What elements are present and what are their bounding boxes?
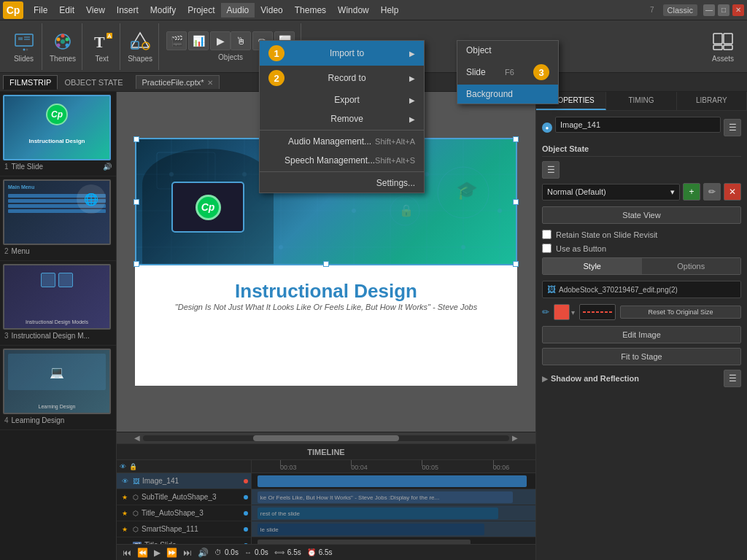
menu-modify[interactable]: Modify [144,3,182,18]
tl-step-back[interactable]: ⏪ [137,548,148,558]
tab-object-state[interactable]: OBJECT STATE [58,75,129,90]
style-tab[interactable]: Style [543,258,642,274]
options-tab[interactable]: Options [642,258,741,274]
track-row-1[interactable] [252,473,535,489]
record-to-label: Record to [328,73,366,83]
toolbar-slides[interactable]: Slides [6,23,42,70]
obj-btn-3[interactable]: ▶ [210,31,231,50]
prop-menu-btn[interactable]: ☰ [724,119,741,136]
slide-thumb-1[interactable]: Instructional Design Cp 1 Title Slide 🔊 [0,92,116,176]
track-row-5[interactable] [252,537,535,544]
track-bar-3: rest of the slide [258,508,499,519]
themes-label: Themes [50,55,76,63]
panel-tab-timing[interactable]: TIMING [606,92,676,110]
state-menu-btn[interactable]: ☰ [542,161,560,179]
menu-video[interactable]: Video [255,3,288,18]
use-as-button-checkbox[interactable] [542,244,551,253]
toolbar-assets[interactable]: Assets [705,23,741,70]
slide-preview-1: Instructional Design Cp [3,95,111,160]
state-dropdown-row: Normal (Default) ▾ + ✏ ✕ [542,183,741,201]
slides-label: Slides [14,55,34,63]
hscroll-thumb[interactable] [253,435,400,441]
collapse-arrow-icon[interactable]: ▶ [542,375,548,383]
menu-file[interactable]: File [28,3,53,18]
menu-window[interactable]: Window [332,3,375,18]
menu-insert[interactable]: Insert [111,3,144,18]
tl-row-image[interactable]: 👁 🖼 Image_141 [117,473,251,489]
menu-audio[interactable]: Audio [221,3,255,18]
tl-step-forward[interactable]: ⏩ [166,548,177,558]
track-row-3[interactable]: rest of the slide [252,505,535,521]
state-view-button[interactable]: State View [542,206,741,224]
menu-settings[interactable]: Settings... [260,174,424,192]
retain-state-checkbox[interactable] [542,230,551,239]
tl-row-subtitle[interactable]: ★ ⬡ SubTitle_AutoShape_3 [117,489,251,505]
maximize-button[interactable]: □ [718,4,729,16]
delete-state-btn[interactable]: ✕ [724,183,741,201]
toolbar-shapes[interactable]: Shapes [122,23,159,70]
badge-3: 3 [533,64,549,80]
file-tab[interactable]: PracticeFile.cptx* ✕ [136,75,220,89]
toolbar-text[interactable]: TA Text [84,23,120,70]
slide-thumb-2[interactable]: Main Menu 🌐 2 Menu [0,176,116,261]
svg-point-5 [26,49,28,51]
file-tab-close[interactable]: ✕ [207,79,213,87]
tl-star-icon-3: ★ [120,508,130,518]
tl-goto-end[interactable]: ⏭ [183,548,192,558]
track-bar-2: ke Or Feels Like, But How It Works" - St… [258,491,513,503]
menu-import-to[interactable]: 1 Import to ▶ [260,41,424,66]
menu-record-to[interactable]: 2 Record to ▶ [260,66,424,90]
obj-btn-4[interactable]: 🖱 [231,31,251,50]
tl-play[interactable]: ▶ [154,548,160,558]
tl-row-title[interactable]: ★ ⬡ Title_AutoShape_3 [117,505,251,521]
scroll-right-arrow[interactable]: ▶ [509,434,521,442]
close-button[interactable]: ✕ [732,4,744,16]
audio-dropdown-menu: 1 Import to ▶ 2 Record to ▶ Export ▶ Rem… [259,40,425,193]
menu-project[interactable]: Project [182,3,220,18]
tl-row-smart[interactable]: ★ ⬡ SmartShape_111 [117,521,251,537]
menu-export[interactable]: Export ▶ [260,90,424,109]
slide-thumb-3[interactable]: Instructional Design Models 3 Instructio… [0,261,116,346]
tab-filmstrip[interactable]: FILMSTRIP [3,75,58,90]
shadow-menu-btn[interactable]: ☰ [724,370,741,387]
slide-thumb-4[interactable]: Learning Design 💻 4 Learning Design [0,346,116,430]
scroll-left-arrow[interactable]: ◀ [131,434,143,442]
timeline-tracks: 00:03 00:04 00:05 00:06 ke Or Feels Like… [252,460,535,544]
menu-themes[interactable]: Themes [289,3,332,18]
visibility-toggle[interactable]: ● [542,122,552,133]
state-value: Normal (Default) [547,187,606,196]
color-swatch[interactable] [554,304,570,320]
fit-to-stage-button[interactable]: Fit to Stage [542,348,741,365]
obj-btn-1[interactable]: 🎬 [166,31,187,50]
tl-row-titleslide[interactable]: ▭ Sl Title Slide [117,537,251,544]
menu-view[interactable]: View [80,3,111,18]
submenu-object[interactable]: Object [457,41,558,60]
menu-help[interactable]: Help [375,3,405,18]
track-row-2[interactable]: ke Or Feels Like, But How It Works" - St… [252,489,535,505]
track-row-4[interactable]: le slide [252,521,535,537]
assets-label: Assets [712,55,734,63]
add-state-btn[interactable]: + [683,183,700,201]
state-dropdown[interactable]: Normal (Default) ▾ [542,184,680,201]
mode-badge[interactable]: Classic [663,4,697,16]
dropdown-arrow-color[interactable]: ▾ [571,308,575,316]
reset-size-button[interactable]: Reset To Original Size [620,306,741,319]
edit-state-btn[interactable]: ✏ [703,183,721,201]
panel-tab-library[interactable]: LIBRARY [677,92,747,110]
submenu-slide[interactable]: Slide F6 3 [457,60,558,85]
export-arrow: ▶ [409,96,415,104]
toolbar-themes[interactable]: Themes [44,23,82,70]
menu-remove[interactable]: Remove ▶ [260,109,424,128]
tl-volume[interactable]: 🔊 [198,548,209,558]
menu-speech-management[interactable]: Speech Management... Shift+Alt+S [260,151,424,170]
hscroll-track [143,435,509,441]
tl-goto-start[interactable]: ⏮ [123,548,131,558]
menu-audio-management[interactable]: Audio Management... Shift+Alt+A [260,132,424,151]
menu-edit[interactable]: Edit [53,3,80,18]
stroke-sample[interactable] [579,304,616,320]
submenu-background[interactable]: Background [457,85,558,104]
obj-btn-2[interactable]: 📊 [188,31,209,50]
minimize-button[interactable]: — [703,4,715,16]
edit-image-button[interactable]: Edit Image [542,326,741,343]
object-name-input[interactable]: Image_141 [555,117,721,133]
